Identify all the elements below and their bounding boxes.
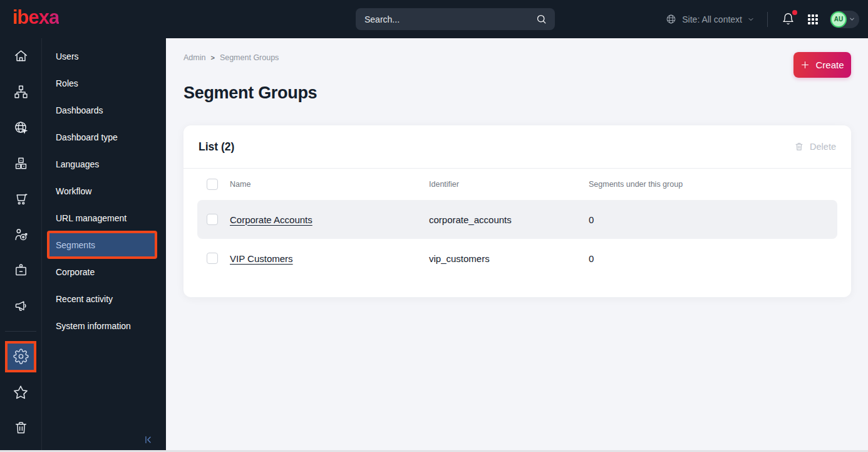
sidebar-item-system-information[interactable]: System information bbox=[42, 312, 166, 339]
top-bar: ibexa Site: All context AU bbox=[0, 0, 868, 38]
segment-group-link[interactable]: VIP Customers bbox=[230, 253, 293, 264]
id-badge-icon bbox=[13, 263, 29, 278]
star-icon bbox=[13, 384, 29, 401]
column-header-name: Name bbox=[230, 180, 429, 189]
segment-group-link[interactable]: Corporate Accounts bbox=[230, 214, 313, 225]
global-search[interactable] bbox=[356, 8, 555, 30]
list-title: List (2) bbox=[199, 140, 234, 154]
user-menu[interactable]: AU bbox=[830, 11, 859, 28]
row-checkbox[interactable] bbox=[207, 214, 218, 225]
cell-segments-count: 0 bbox=[589, 253, 828, 264]
ibexa-logo[interactable]: ibexa bbox=[13, 8, 59, 31]
collapse-icon bbox=[143, 434, 153, 445]
segment-groups-table: Name Identifier Segments under this grou… bbox=[183, 169, 851, 297]
sidebar-item-dashboards[interactable]: Dashboards bbox=[42, 97, 166, 124]
sidebar-item-users[interactable]: Users bbox=[42, 43, 166, 70]
sidebar: Users Roles Dashboards Dashboard type La… bbox=[42, 38, 166, 450]
table-header-row: Name Identifier Segments under this grou… bbox=[197, 169, 837, 200]
rail-item-subscriptions[interactable] bbox=[0, 253, 42, 288]
avatar: AU bbox=[830, 11, 847, 28]
sidebar-item-languages[interactable]: Languages bbox=[42, 150, 166, 177]
sidebar-item-corporate[interactable]: Corporate bbox=[42, 258, 166, 285]
table-row[interactable]: VIP Customers vip_customers 0 bbox=[197, 239, 837, 278]
cell-identifier: vip_customers bbox=[429, 253, 589, 264]
trash-icon bbox=[794, 142, 804, 152]
sidebar-item-recent-activity[interactable]: Recent activity bbox=[42, 285, 166, 312]
row-checkbox[interactable] bbox=[207, 253, 218, 264]
table-row[interactable]: Corporate Accounts corporate_accounts 0 bbox=[197, 200, 837, 239]
notifications-button[interactable] bbox=[780, 11, 796, 27]
globe-icon bbox=[665, 13, 677, 25]
list-card-header: List (2) Delete bbox=[183, 125, 851, 169]
rail-item-product-catalog[interactable] bbox=[0, 145, 42, 181]
rail-item-settings-active[interactable] bbox=[0, 339, 42, 374]
plus-icon bbox=[800, 60, 810, 70]
sidebar-item-url-management[interactable]: URL management bbox=[42, 204, 166, 231]
breadcrumb-segment-groups[interactable]: Segment Groups bbox=[220, 53, 279, 63]
customer-target-icon bbox=[13, 227, 29, 243]
site-context-selector[interactable]: Site: All context bbox=[665, 13, 755, 25]
delete-button-label: Delete bbox=[810, 142, 836, 152]
sidebar-item-dashboard-type[interactable]: Dashboard type bbox=[42, 124, 166, 150]
select-all-checkbox[interactable] bbox=[207, 179, 218, 190]
notification-dot bbox=[792, 10, 797, 15]
rail-item-site[interactable] bbox=[0, 110, 42, 145]
chevron-down-icon bbox=[747, 16, 755, 23]
settings-highlight-annotation[interactable] bbox=[5, 341, 36, 372]
sidebar-item-workflow[interactable]: Workflow bbox=[42, 177, 166, 204]
rail-item-personalization[interactable] bbox=[0, 217, 42, 253]
rail-item-home[interactable] bbox=[0, 38, 42, 74]
rail-item-trash[interactable] bbox=[0, 410, 42, 446]
breadcrumb-admin[interactable]: Admin bbox=[183, 53, 205, 63]
create-button-label: Create bbox=[815, 60, 844, 70]
main-content: Admin > Segment Groups Create Segment Gr… bbox=[166, 38, 868, 450]
rail-item-content-tree[interactable] bbox=[0, 74, 42, 110]
search-input[interactable] bbox=[364, 14, 535, 24]
cart-icon bbox=[13, 191, 29, 207]
column-header-segments: Segments under this group bbox=[589, 180, 828, 189]
topbar-divider bbox=[767, 12, 768, 27]
boxes-icon bbox=[13, 155, 29, 171]
breadcrumb-separator: > bbox=[210, 53, 214, 63]
home-icon bbox=[13, 48, 29, 64]
search-icon[interactable] bbox=[535, 13, 547, 25]
app-switcher-button[interactable] bbox=[806, 13, 820, 26]
list-card: List (2) Delete Name Identifier Segments… bbox=[183, 125, 851, 297]
rail-item-marketing[interactable] bbox=[0, 288, 42, 324]
sidebar-item-segments[interactable]: Segments bbox=[47, 231, 157, 259]
column-header-identifier: Identifier bbox=[429, 180, 589, 189]
create-button[interactable]: Create bbox=[793, 52, 851, 78]
icon-rail bbox=[0, 38, 42, 450]
site-context-label: Site: All context bbox=[682, 14, 742, 24]
sidebar-item-roles[interactable]: Roles bbox=[42, 70, 166, 97]
cell-identifier: corporate_accounts bbox=[429, 214, 589, 225]
delete-button[interactable]: Delete bbox=[794, 142, 836, 152]
chevron-down-icon bbox=[849, 16, 855, 23]
rail-item-commerce[interactable] bbox=[0, 181, 42, 217]
gear-icon bbox=[13, 349, 29, 364]
breadcrumb: Admin > Segment Groups bbox=[183, 53, 851, 63]
sidebar-collapse-button[interactable] bbox=[143, 434, 153, 445]
grid-icon bbox=[807, 14, 819, 25]
rail-divider bbox=[5, 331, 36, 332]
sitemap-icon bbox=[13, 84, 29, 100]
globe-cursor-icon bbox=[13, 120, 29, 135]
rail-item-bookmarks[interactable] bbox=[0, 374, 42, 410]
cell-segments-count: 0 bbox=[589, 214, 828, 225]
trash-icon bbox=[13, 420, 29, 436]
page-title: Segment Groups bbox=[183, 82, 851, 103]
megaphone-icon bbox=[13, 298, 29, 314]
